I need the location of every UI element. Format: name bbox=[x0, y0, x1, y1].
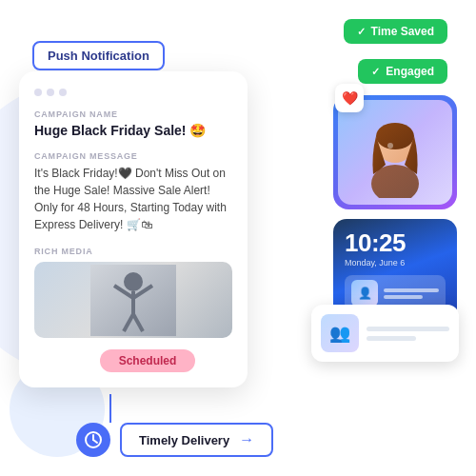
notif-content bbox=[384, 288, 439, 299]
campaign-name-label: CAMPAIGN NAME bbox=[34, 109, 232, 119]
mac-dot-3 bbox=[59, 89, 67, 96]
timely-delivery-label: Timely Delivery bbox=[139, 433, 229, 447]
check-icon-2: ✓ bbox=[371, 66, 380, 78]
campaign-name-value: Huge Black Friday Sale! 🤩 bbox=[34, 123, 232, 138]
mac-dots bbox=[34, 89, 232, 96]
vertical-connector bbox=[109, 394, 111, 423]
small-notif-line-1 bbox=[367, 327, 449, 331]
rich-media-image bbox=[34, 262, 232, 338]
person-image bbox=[338, 100, 452, 205]
svg-point-5 bbox=[124, 272, 143, 291]
heart-icon: ❤️ bbox=[342, 90, 358, 106]
main-notification-card: CAMPAIGN NAME Huge Black Friday Sale! 🤩 … bbox=[19, 71, 248, 387]
small-notif-content bbox=[367, 327, 449, 341]
check-icon: ✓ bbox=[357, 26, 366, 38]
arrow-right-icon: → bbox=[239, 431, 254, 448]
engaged-badge: ✓ Engaged bbox=[358, 59, 447, 84]
scheduled-badge: Scheduled bbox=[100, 349, 196, 372]
mac-dot-2 bbox=[47, 89, 54, 96]
notif-thumbnail: 👤 bbox=[351, 280, 378, 307]
campaign-message-label: CAMPAIGN MESSAGE bbox=[34, 151, 232, 161]
person-photo-card bbox=[333, 95, 457, 209]
timely-delivery-box: Timely Delivery → bbox=[120, 423, 273, 457]
small-thumbnail: 👥 bbox=[321, 314, 359, 352]
time-saved-badge: ✓ Time Saved bbox=[344, 19, 447, 44]
timely-delivery-section: Timely Delivery → bbox=[76, 423, 273, 457]
svg-point-3 bbox=[387, 143, 393, 149]
lockscreen-time: 10:25 bbox=[345, 228, 446, 258]
lockscreen-date: Monday, June 6 bbox=[345, 258, 446, 268]
svg-line-13 bbox=[93, 440, 97, 443]
campaign-message-value: It's Black Friday!🖤 Don't Miss Out on th… bbox=[34, 165, 232, 233]
clock-icon bbox=[76, 423, 110, 457]
svg-point-2 bbox=[376, 123, 414, 149]
small-notification-card: 👥 bbox=[311, 305, 459, 362]
heart-badge: ❤️ bbox=[335, 84, 364, 112]
mac-dot-1 bbox=[34, 89, 42, 96]
push-notification-label: Push Notification bbox=[32, 41, 165, 70]
notif-line-1 bbox=[384, 288, 439, 292]
notif-line-2 bbox=[384, 295, 423, 299]
rich-media-label: RICH MEDIA bbox=[34, 247, 232, 256]
small-notif-line-2 bbox=[367, 336, 416, 341]
